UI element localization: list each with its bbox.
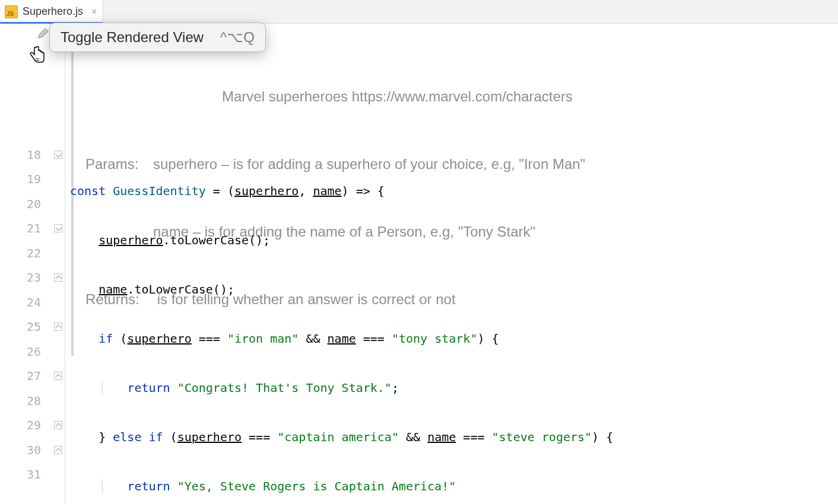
hand-cursor-icon bbox=[28, 45, 47, 66]
fold-icon[interactable] bbox=[54, 224, 62, 232]
fold-icon[interactable] bbox=[54, 421, 62, 429]
close-icon[interactable]: × bbox=[91, 7, 97, 17]
tab-filename: Superhero.js bbox=[23, 5, 83, 18]
shortcut-label: ^⌥Q bbox=[220, 29, 255, 46]
line-number: 26 bbox=[27, 344, 65, 359]
gutter: 18 19 20 21 22 23 24 25 26 27 28 29 30 3… bbox=[0, 24, 65, 504]
fold-icon[interactable] bbox=[54, 151, 62, 159]
fold-icon[interactable] bbox=[54, 372, 62, 380]
editor[interactable]: 18 19 20 21 22 23 24 25 26 27 28 29 30 3… bbox=[0, 24, 838, 504]
line-number: 24 bbox=[27, 295, 65, 310]
doc-summary: Marvel superheroes https://www.marvel.co… bbox=[222, 85, 573, 108]
toggle-rendered-view-item[interactable]: Toggle Rendered View bbox=[61, 29, 204, 46]
tab-bar: JS Superhero.js × bbox=[0, 0, 838, 24]
fold-icon[interactable] bbox=[54, 323, 62, 331]
context-menu: Toggle Rendered View ^⌥Q bbox=[49, 23, 266, 52]
svg-marker-0 bbox=[39, 28, 48, 38]
line-number: 31 bbox=[27, 467, 65, 481]
fold-icon[interactable] bbox=[54, 273, 62, 282]
line-number: 28 bbox=[27, 394, 65, 408]
code-area[interactable]: Marvel superheroes https://www.marvel.co… bbox=[65, 24, 838, 504]
line-number: 19 bbox=[27, 172, 65, 186]
fold-icon[interactable] bbox=[54, 446, 62, 454]
line-number: 20 bbox=[27, 197, 65, 211]
line-number: 22 bbox=[27, 246, 65, 260]
edit-pencil-icon bbox=[37, 27, 50, 40]
file-tab[interactable]: JS Superhero.js × bbox=[0, 0, 103, 23]
app-root: JS Superhero.js × Toggle Rendered View ^… bbox=[0, 0, 838, 504]
js-file-icon: JS bbox=[5, 5, 18, 18]
code-block: const GuessIdentity = (superhero, name) … bbox=[70, 154, 613, 504]
